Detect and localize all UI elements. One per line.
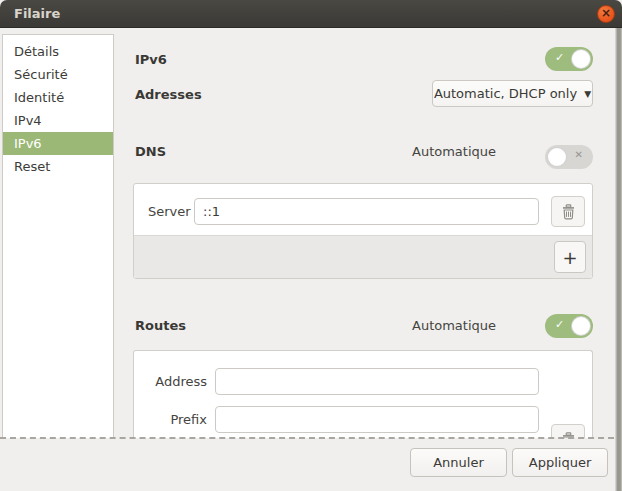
dns-server-input[interactable] [194, 198, 539, 225]
sidebar-item-identity[interactable]: Identité [3, 86, 113, 109]
apply-button[interactable]: Appliquer [512, 448, 608, 477]
addresses-label: Adresses [135, 87, 202, 102]
address-method-dropdown[interactable]: Automatic, DHCP only ▼ [432, 80, 593, 107]
sidebar: Détails Sécurité Identité IPv4 IPv6 Rese… [2, 34, 114, 438]
address-field-label: Address [134, 374, 207, 389]
window-title: Filaire [14, 6, 60, 21]
ipv6-section-label: IPv6 [135, 52, 167, 67]
add-server-button[interactable]: + [554, 241, 586, 273]
chevron-down-icon: ▼ [584, 89, 591, 99]
sidebar-item-details[interactable]: Détails [3, 40, 113, 63]
scrollbar[interactable] [615, 28, 622, 491]
sidebar-item-security[interactable]: Sécurité [3, 63, 113, 86]
sidebar-item-ipv6[interactable]: IPv6 [3, 132, 113, 155]
plus-icon: + [562, 247, 577, 268]
dns-server-list: Server + [133, 183, 593, 279]
ipv6-toggle[interactable]: ✓ [545, 47, 593, 71]
delete-route-button[interactable] [551, 424, 585, 438]
routes-editor: Address Prefix [133, 350, 593, 438]
prefix-field-label: Prefix [134, 412, 207, 427]
routes-section-label: Routes [135, 318, 186, 333]
trash-icon [561, 204, 576, 220]
dns-add-row: + [134, 235, 592, 278]
close-icon[interactable]: × [597, 5, 615, 23]
routes-automatic-toggle[interactable]: ✓ [545, 314, 593, 338]
dns-automatic-label: Automatique [412, 144, 496, 159]
cancel-button[interactable]: Annuler [410, 448, 507, 477]
routes-automatic-label: Automatique [412, 318, 496, 333]
dns-section-label: DNS [135, 144, 166, 159]
sidebar-item-ipv4[interactable]: IPv4 [3, 109, 113, 132]
server-label: Server [148, 204, 191, 219]
sidebar-item-reset[interactable]: Reset [3, 155, 113, 178]
route-prefix-input[interactable] [215, 406, 539, 433]
check-icon: ✓ [555, 318, 564, 331]
cross-icon: ✕ [575, 149, 583, 160]
dns-automatic-toggle[interactable]: ✕ [545, 145, 593, 169]
toggle-knob [547, 147, 567, 167]
network-settings-dialog: Filaire × Détails Sécurité Identité IPv4… [0, 0, 622, 491]
check-icon: ✓ [555, 51, 564, 64]
address-method-value: Automatic, DHCP only [434, 86, 577, 101]
content-cut-divider [0, 437, 614, 439]
delete-server-button[interactable] [551, 196, 585, 227]
titlebar[interactable]: Filaire × [0, 0, 622, 28]
toggle-knob [571, 49, 591, 69]
route-address-input[interactable] [215, 368, 539, 395]
toggle-knob [571, 316, 591, 336]
